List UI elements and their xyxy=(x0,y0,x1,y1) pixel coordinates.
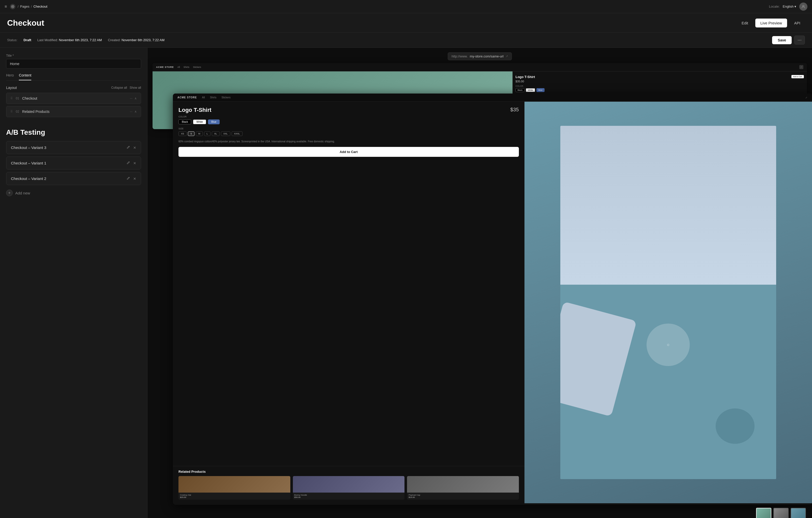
add-to-cart-large[interactable]: Add to Cart xyxy=(178,147,519,157)
status-value: Draft xyxy=(23,38,31,42)
size-s[interactable]: S xyxy=(188,132,195,136)
color-white-small[interactable]: White xyxy=(526,88,535,92)
color-blue-large[interactable]: Blue xyxy=(208,119,220,124)
last-modified: Last Modified: November 6th 2023, 7:22 A… xyxy=(37,38,102,42)
title-input[interactable] xyxy=(6,59,141,68)
api-button[interactable]: API xyxy=(790,19,805,27)
more-options-button[interactable]: ⋯ xyxy=(794,36,805,45)
external-link-icon[interactable]: ↗ xyxy=(506,55,508,58)
store-name-large: ACME STORE xyxy=(177,96,197,99)
product-description: 60% combed ringspun cotton/40% polyester… xyxy=(178,140,519,143)
left-panel: Title * Hero Content Layout Collapse all… xyxy=(0,48,147,518)
ab-variant-2[interactable]: Checkout – Variant 2 ✕ xyxy=(6,172,141,185)
edit-button[interactable]: Edit xyxy=(737,19,753,27)
product-section: Logo T-Shirt $35 COLOR Black White Blue … xyxy=(173,102,524,466)
nav-stickers[interactable]: Stickers xyxy=(193,66,201,68)
size-l[interactable]: L xyxy=(204,132,210,136)
layout-num: 01 xyxy=(16,96,19,100)
layout-item-related[interactable]: ⠿ 02 Related Products ··· ∧ xyxy=(6,106,141,117)
locale-selector[interactable]: English ▾ xyxy=(783,5,796,8)
ab-variant-name: Checkout – Variant 3 xyxy=(11,145,46,150)
show-all-button[interactable]: Show all xyxy=(129,86,141,89)
size-xxl[interactable]: XXL xyxy=(221,132,230,136)
breadcrumb-pages[interactable]: Pages xyxy=(20,5,29,8)
breadcrumb-separator2: / xyxy=(31,5,32,8)
ab-edit-button[interactable] xyxy=(126,145,130,150)
page-title: Checkout xyxy=(7,18,44,28)
breadcrumb-separator: / xyxy=(18,5,19,8)
title-field-label: Title * xyxy=(6,54,141,57)
nav-shirts[interactable]: Shirts xyxy=(183,66,190,68)
ab-variant-actions: ✕ xyxy=(126,161,136,165)
related-price: $19.00 xyxy=(409,496,517,498)
color-blue-small[interactable]: Blue xyxy=(536,88,545,92)
layout-more-icon[interactable]: ··· xyxy=(130,96,133,100)
related-items: Cowboy Hat $29.00 Bunny Hoodie $50.00 xyxy=(178,476,519,500)
drag-handle-icon: ⠿ xyxy=(10,96,13,100)
nav-stickers-large[interactable]: Stickers xyxy=(222,96,231,99)
ab-remove-button[interactable]: ✕ xyxy=(133,146,136,150)
nav-all-large[interactable]: All xyxy=(202,96,205,99)
related-item-cap[interactable]: Payload Cap $19.00 xyxy=(407,476,519,500)
ab-remove-button[interactable]: ✕ xyxy=(133,177,136,181)
color-white-large[interactable]: White xyxy=(193,119,206,124)
avatar[interactable] xyxy=(799,3,807,11)
collapse-all-button[interactable]: Collapse all xyxy=(111,86,127,89)
color-label-small: COLOR xyxy=(516,85,804,87)
add-circle-icon: + xyxy=(6,190,13,196)
preview-thumbnails xyxy=(756,508,806,518)
preview-url-bar: http://www. my-store.com/same-url ↗ xyxy=(448,52,512,60)
save-button[interactable]: Save xyxy=(772,36,792,44)
preview-thumb-3[interactable] xyxy=(791,508,806,518)
product-price-small: $35.00 xyxy=(516,80,804,83)
ab-edit-button[interactable] xyxy=(126,161,130,165)
preview-nav-large: ACME STORE All Shirts Stickers ⤢ xyxy=(173,93,812,102)
tab-hero[interactable]: Hero xyxy=(6,73,14,80)
related-info-hoodie: Bunny Hoodie $50.00 xyxy=(293,493,405,500)
layout-expand-icon[interactable]: ∧ xyxy=(135,110,137,113)
related-item-hoodie[interactable]: Bunny Hoodie $50.00 xyxy=(293,476,405,500)
related-info-hat: Cowboy Hat $29.00 xyxy=(178,493,290,500)
page-actions: Edit Live Preview API xyxy=(737,19,805,27)
color-black-small[interactable]: Black xyxy=(516,88,525,92)
size-m[interactable]: M xyxy=(196,132,203,136)
nav-all[interactable]: All xyxy=(177,66,180,68)
hamburger-icon[interactable]: ≡ xyxy=(5,4,7,9)
add-new-label: Add new xyxy=(15,191,30,195)
layout-item-checkout[interactable]: ⠿ 01 Checkout ··· ∧ xyxy=(6,93,141,104)
size-xs[interactable]: XS xyxy=(178,132,186,136)
ab-variant-1[interactable]: Checkout – Variant 1 ✕ xyxy=(6,156,141,170)
preview-thumb-2[interactable] xyxy=(773,508,789,518)
preview-expand-small[interactable]: ⤢ xyxy=(799,65,803,69)
size-options-large: XS S M L XL XXL XXXL xyxy=(178,132,519,136)
layout-num: 02 xyxy=(16,110,19,113)
color-options-small: Black White Blue xyxy=(516,88,804,92)
ab-edit-button[interactable] xyxy=(126,176,130,181)
color-black-large[interactable]: Black xyxy=(178,119,191,124)
url-value: my-store.com/same-url xyxy=(470,54,504,58)
add-new-variant-button[interactable]: + Add new xyxy=(6,188,141,198)
tab-content[interactable]: Content xyxy=(19,73,31,80)
tab-row: Hero Content xyxy=(6,73,141,81)
app-logo[interactable] xyxy=(10,4,16,9)
layout-item-actions: ··· ∧ xyxy=(130,96,137,100)
store-name: ACME STORE xyxy=(156,66,174,68)
drag-handle-icon: ⠿ xyxy=(10,110,13,113)
ab-variant-actions: ✕ xyxy=(126,145,136,150)
size-xl[interactable]: XL xyxy=(212,132,220,136)
related-item-hat[interactable]: Cowboy Hat $29.00 xyxy=(178,476,290,500)
size-xxxl[interactable]: XXXL xyxy=(232,132,242,136)
add-to-cart-small[interactable]: Add to Cart xyxy=(791,75,804,78)
layout-more-icon[interactable]: ··· xyxy=(130,110,133,113)
editor-section: Title * Hero Content Layout Collapse all… xyxy=(6,54,141,117)
ab-variant-3[interactable]: Checkout – Variant 3 ✕ xyxy=(6,141,141,154)
ab-remove-button[interactable]: ✕ xyxy=(133,161,136,165)
nav-shirts-large[interactable]: Shirts xyxy=(210,96,216,99)
preview-thumb-1[interactable] xyxy=(756,508,771,518)
topbar: ≡ / Pages / Checkout Locale: English ▾ xyxy=(0,0,812,13)
layout-header: Layout Collapse all Show all xyxy=(6,86,141,90)
related-img-cap xyxy=(407,476,519,493)
live-preview-button[interactable]: Live Preview xyxy=(755,19,787,27)
layout-expand-icon[interactable]: ∧ xyxy=(135,96,137,100)
preview-expand-large[interactable]: ⤢ xyxy=(805,96,807,99)
